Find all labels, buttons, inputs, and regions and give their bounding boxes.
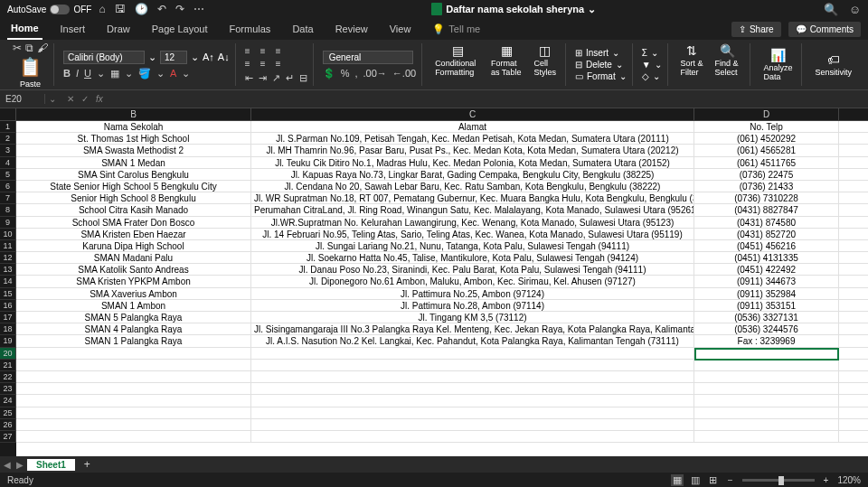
tab-view[interactable]: View [386,18,415,40]
wrap-text-icon[interactable]: ↵ [286,72,294,84]
cell[interactable]: (0911) 352984 [694,288,839,300]
row-header-17[interactable]: 17 [0,312,16,323]
cell[interactable]: SMAN Madani Palu [16,252,251,264]
row-header-21[interactable]: 21 [0,360,16,371]
cell[interactable]: Perumahan CitraLand, Jl. Ring Road, Wina… [251,204,694,216]
cell[interactable]: (0451) 4131335 [694,252,839,264]
clear-button[interactable]: ◇ ⌄ [642,70,662,82]
autosum-button[interactable]: Σ ⌄ [642,47,662,59]
cell[interactable]: Jl. Kapuas Raya No.73, Lingkar Barat, Ga… [251,169,694,181]
row-header-10[interactable]: 10 [0,229,16,240]
cell[interactable]: (0451) 456216 [694,240,839,252]
italic-button[interactable]: I [76,68,79,79]
cell[interactable]: (0536) 3327131 [694,312,839,323]
zoom-slider[interactable] [742,479,815,482]
search-icon[interactable]: 🔍 [824,3,838,16]
tab-review[interactable]: Review [332,18,372,40]
zoom-in-button[interactable]: + [824,475,829,485]
analyze-data-button[interactable]: 📊 Analyze Data [760,48,796,81]
cell[interactable]: SMA Katolik Santo Andreas [16,264,251,276]
more-icon[interactable]: ⋯ [193,3,204,15]
format-cells-button[interactable]: ▭Format ⌄ [575,70,627,82]
format-painter-icon[interactable]: 🖌 [37,42,48,54]
cell[interactable] [251,360,694,371]
cell[interactable] [251,395,694,407]
row-header-8[interactable]: 8 [0,204,16,216]
row-header-24[interactable]: 24 [0,395,16,407]
row-header-11[interactable]: 11 [0,240,16,252]
cell[interactable]: Jl. Pattimura No.25, Ambon (97124) [251,288,694,300]
cell[interactable]: (0736) 7310228 [694,192,839,204]
cell[interactable]: (0431) 852720 [694,229,839,240]
cell[interactable]: (0536) 3244576 [694,323,839,335]
add-sheet-button[interactable]: + [79,458,96,471]
align-bottom-icon[interactable]: ≡ [276,46,288,56]
conditional-formatting-button[interactable]: ▤ Conditional Formatting [431,43,484,86]
align-left-icon[interactable]: ≡ [245,59,258,69]
paste-button[interactable]: Paste [20,80,41,89]
cell[interactable]: School Citra Kasih Manado [16,204,251,216]
row-header-22[interactable]: 22 [0,371,16,383]
row-header-5[interactable]: 5 [0,169,16,181]
decrease-font-icon[interactable]: A↓ [218,52,230,62]
paste-icon[interactable]: 📋 [19,56,42,78]
cell[interactable]: Jl. Danau Poso No.23, Siranindi, Kec. Pa… [251,264,694,276]
cell[interactable]: St. Thomas 1st High School [16,133,251,145]
cell[interactable]: State Senior High School 5 Bengkulu City [16,181,251,192]
cell[interactable]: (061) 4520292 [694,133,839,145]
col-header-b[interactable]: B [16,108,251,121]
copy-icon[interactable]: ⧉ [25,42,33,54]
cell[interactable] [251,348,694,360]
cell[interactable] [16,395,251,407]
cell[interactable]: SMAN 4 Palangka Raya [16,323,251,335]
cell[interactable] [16,431,251,443]
font-size-select[interactable]: 12 [160,51,187,64]
col-header-c[interactable]: C [251,108,694,121]
select-all-corner[interactable] [0,108,16,121]
cell[interactable]: (0736) 21433 [694,181,839,192]
number-format-select[interactable]: General [323,51,413,64]
tab-formulas[interactable]: Formulas [226,18,275,40]
sheet-tab-1[interactable]: Sheet1 [27,459,75,471]
cell[interactable] [694,348,839,360]
row-header-13[interactable]: 13 [0,264,16,276]
align-center-icon[interactable]: ≡ [260,59,273,69]
row-header-16[interactable]: 16 [0,300,16,312]
view-page-layout-icon[interactable]: ▥ [689,474,702,486]
bold-button[interactable]: B [63,68,71,79]
comma-icon[interactable]: , [354,68,357,79]
cancel-formula-icon[interactable]: ✕ [67,94,74,104]
decrease-decimal-icon[interactable]: ←.00 [392,68,416,79]
cell[interactable]: Jl. Diponegoro No.61 Ambon, Maluku, Ambo… [251,276,694,287]
name-box[interactable]: E20 [0,94,45,104]
font-name-select[interactable]: Calibri (Body) [63,51,145,64]
sort-filter-button[interactable]: ⇅ Sort & Filter [677,43,708,86]
cell[interactable]: SMAN 1 Palangka Raya [16,335,251,347]
cell-styles-button[interactable]: ◫ Cell Styles [531,43,561,86]
cut-icon[interactable]: ✂ [13,42,22,54]
cell[interactable]: SMAN 5 Palangka Raya [16,312,251,323]
cell[interactable]: School SMA Frater Don Bosco [16,217,251,229]
find-select-button[interactable]: 🔍 Find & Select [711,43,744,86]
row-header-25[interactable]: 25 [0,407,16,419]
row-header-2[interactable]: 2 [0,133,16,145]
cell[interactable]: Jl. Sungai Lariang No.21, Nunu, Tatanga,… [251,240,694,252]
undo-icon[interactable]: ↶ [157,3,166,15]
cell[interactable]: Jl. Tingang KM 3,5 (73112) [251,312,694,323]
underline-button[interactable]: U [84,68,91,79]
header-nama-sekolah[interactable]: Nama Sekolah [16,121,251,133]
cell[interactable]: (061) 4511765 [694,157,839,169]
cell[interactable]: Jl. A.I.S. Nasution No.2 Kel. Langkai, K… [251,335,694,347]
row-header-1[interactable]: 1 [0,121,16,133]
row-header-27[interactable]: 27 [0,431,16,443]
delete-cells-button[interactable]: ⊟Delete ⌄ [575,59,627,70]
cell[interactable] [251,371,694,383]
cell[interactable]: Jl. Pattimura No.28, Ambon (97114) [251,300,694,312]
redo-icon[interactable]: ↷ [175,3,184,15]
cell[interactable]: Fax : 3239969 [694,335,839,347]
tab-home[interactable]: Home [7,18,42,40]
border-button[interactable]: ▦ [110,68,119,80]
orientation-icon[interactable]: ↗ [272,72,280,84]
cell[interactable]: Karuna Dipa High School [16,240,251,252]
row-header-18[interactable]: 18 [0,323,16,335]
